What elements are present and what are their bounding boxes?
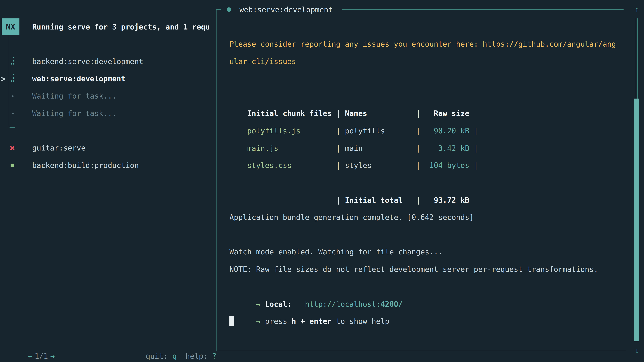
page-indicator: 1/1 <box>34 352 48 360</box>
watch-mode-line: Watch mode enabled. Watching for file ch… <box>230 243 443 261</box>
task-label: guitar:serve <box>32 139 86 157</box>
help-suffix: to show help <box>336 317 390 326</box>
chunk-table-row: main.js|main|3.42 kB| <box>230 122 478 140</box>
running-bullet-icon <box>227 7 231 12</box>
task-label: backend:build:production <box>32 157 139 174</box>
spinner-icon <box>11 74 12 75</box>
help-prefix: press <box>265 317 287 326</box>
table-pipe: | <box>336 192 345 209</box>
panel-border-left <box>216 9 216 351</box>
task-row-guitar-serve[interactable]: guitar:serve <box>0 139 216 157</box>
arrow-icon: → <box>256 317 260 326</box>
help-hint-line: →pressh + enterto show help <box>230 295 390 313</box>
panel-title-row: web:serve:development <box>227 1 333 18</box>
nx-logo-badge: NX <box>2 18 20 35</box>
table-pipe: | <box>336 157 345 174</box>
next-page-arrow-icon[interactable]: → <box>50 352 55 360</box>
chunk-table-row: styles.css|styles|104 bytes| <box>230 139 478 157</box>
terminal-cursor <box>230 316 234 326</box>
task-label: Waiting for task... <box>32 87 116 105</box>
issue-report-line-2: ular-cli/issues <box>230 53 296 70</box>
task-label: backend:serve:development <box>32 53 143 70</box>
table-pipe: | <box>416 192 425 209</box>
scrollbar-track[interactable] <box>636 18 638 98</box>
local-url-slash[interactable]: / <box>398 300 403 308</box>
chunk-table-row: polyfills.js|polyfills|90.20 kB| <box>230 105 478 122</box>
prev-page-arrow-icon[interactable]: ← <box>28 352 32 360</box>
quit-label: quit: <box>146 352 168 360</box>
task-row-web-serve[interactable]: web:serve:development <box>0 70 216 87</box>
scrollbar-thumb[interactable] <box>634 98 639 341</box>
quit-key: q <box>172 352 177 360</box>
task-row-waiting-2[interactable]: Waiting for task... <box>0 105 216 122</box>
help-label: help: <box>186 352 208 360</box>
chunk-table-total-row: |Initial total|93.72 kB <box>230 174 469 192</box>
bundle-complete-line: Application bundle generation complete. … <box>230 209 474 226</box>
chunk-file: styles.css <box>247 157 336 174</box>
waiting-dot-icon <box>12 113 14 114</box>
nx-terminal-ui: NX Running serve for 3 projects, and 1 r… <box>0 0 644 362</box>
task-row-backend-build[interactable]: backend:build:production <box>0 157 216 174</box>
table-pipe: | <box>469 157 478 174</box>
local-server-line: →Local:http://localhost:4200/ <box>230 278 403 296</box>
spinner-icon <box>11 57 12 58</box>
failed-cross-icon <box>10 146 15 151</box>
panel-border-bottom <box>216 351 626 351</box>
panel-border-top <box>342 9 624 10</box>
total-size: 93.72 kB <box>425 192 470 209</box>
keyboard-shortcuts: quit:qhelp:? <box>128 330 216 348</box>
help-key: ? <box>212 352 216 360</box>
waiting-dot-icon <box>12 95 14 97</box>
panel-border-top-stub <box>216 9 221 10</box>
page-navigation: ←1/1→ <box>10 330 55 348</box>
chunk-table-header: Initial chunk files|Names|Raw size <box>230 87 469 105</box>
note-line: NOTE: Raw file sizes do not reflect deve… <box>230 261 598 278</box>
chunk-name: styles <box>345 157 416 174</box>
scroll-down-arrow-icon[interactable]: ↓ <box>632 342 641 359</box>
chunk-size: 104 bytes <box>425 157 470 174</box>
panel-title: web:serve:development <box>240 5 333 14</box>
task-label: Waiting for task... <box>32 105 116 122</box>
task-row-backend-serve[interactable]: backend:serve:development <box>0 53 216 70</box>
issue-report-line-1: Please consider reporting any issues you… <box>230 35 616 53</box>
scroll-up-arrow-icon[interactable]: ↑ <box>632 1 641 18</box>
total-label: Initial total <box>345 192 416 209</box>
task-row-waiting-1[interactable]: Waiting for task... <box>0 87 216 105</box>
table-pipe: | <box>416 157 425 174</box>
success-square-icon <box>10 164 14 167</box>
help-keys: h + enter <box>292 317 332 326</box>
sidebar-header: Running serve for 3 projects, and 1 requ <box>32 18 216 36</box>
task-label: web:serve:development <box>32 70 126 87</box>
